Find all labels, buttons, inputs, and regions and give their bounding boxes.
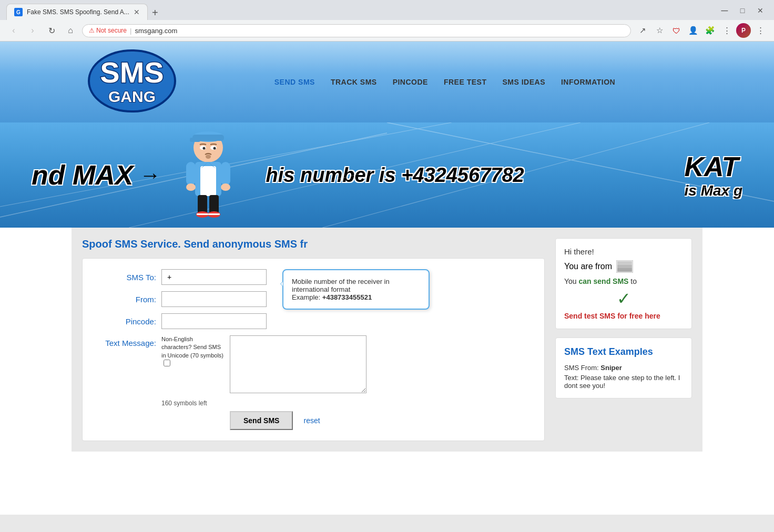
- reload-button[interactable]: ↻: [44, 23, 59, 38]
- sms-example-from-row: SMS From: Sniper: [564, 364, 683, 372]
- share-button[interactable]: ↗: [635, 23, 650, 38]
- svg-rect-31: [617, 261, 632, 265]
- nav-send-sms[interactable]: SEND SMS: [274, 78, 315, 86]
- page-wrapper: SMS GANG SEND SMS TRACK SMS PINCODE FREE…: [0, 42, 774, 515]
- sidebar-can-send: You can send SMS to: [564, 277, 683, 285]
- svg-point-15: [202, 147, 205, 149]
- security-indicator: ⚠ Not secure: [89, 27, 127, 34]
- svg-line-7: [387, 122, 774, 201]
- nav-information[interactable]: INFORMATION: [561, 78, 615, 86]
- svg-rect-29: [208, 213, 220, 215]
- pincode-label: Pincode:: [93, 317, 156, 326]
- svg-text:SMS: SMS: [100, 56, 164, 89]
- svg-point-17: [206, 155, 211, 159]
- svg-rect-24: [198, 195, 207, 213]
- unicode-checkbox[interactable]: [164, 360, 170, 366]
- bookmark-button[interactable]: ☆: [652, 23, 667, 38]
- from-label: From:: [93, 295, 156, 304]
- nav-sms-ideas[interactable]: SMS IDEAS: [502, 78, 545, 86]
- sms-to-input[interactable]: [161, 269, 267, 285]
- home-button[interactable]: ⌂: [63, 23, 78, 38]
- menu-button[interactable]: ⋮: [719, 23, 734, 38]
- warning-icon: ⚠: [89, 27, 95, 34]
- url-bar[interactable]: ⚠ Not secure | smsgang.com: [82, 24, 631, 37]
- browser-chrome: G Fake SMS. SMS Spoofing. Send A... ✕ + …: [0, 0, 774, 42]
- sms-examples-card: SMS Text Examples SMS From: Sniper Text:…: [555, 337, 692, 398]
- back-button[interactable]: ‹: [6, 23, 21, 38]
- flag-icon: [617, 261, 632, 272]
- hero-character: [177, 129, 250, 221]
- svg-rect-28: [197, 213, 208, 215]
- send-sms-button[interactable]: Send SMS: [230, 411, 293, 430]
- page-title: Spoof SMS Service. Send anonymous SMS fr: [82, 238, 545, 250]
- svg-point-23: [221, 183, 230, 191]
- svg-point-22: [186, 183, 196, 191]
- can-send-highlight: can send SMS: [579, 277, 629, 285]
- flag-image: [616, 260, 633, 273]
- forward-button[interactable]: ›: [25, 23, 40, 38]
- character-svg: [177, 129, 240, 221]
- svg-rect-20: [186, 162, 196, 186]
- svg-rect-32: [617, 265, 632, 268]
- unicode-note: Non-English characters? Send SMS in Unic…: [161, 335, 225, 369]
- sidebar-from-row: You are from: [564, 260, 683, 273]
- tooltip-bubble: Mobile number of the receiver in interna…: [282, 269, 430, 310]
- checkmark-icon: ✓: [564, 289, 683, 309]
- svg-rect-19: [200, 166, 216, 196]
- header-inner: SMS GANG SEND SMS TRACK SMS PINCODE FREE…: [72, 47, 702, 117]
- tab-title: Fake SMS. SMS Spoofing. Send A...: [27, 8, 129, 16]
- minimize-button[interactable]: ─: [717, 3, 732, 18]
- svg-text:GANG: GANG: [108, 88, 156, 105]
- avatar[interactable]: P: [736, 23, 751, 38]
- tab-close-button[interactable]: ✕: [134, 8, 140, 16]
- logo-area: SMS GANG: [82, 47, 198, 117]
- action-row: Send SMS reset: [161, 411, 534, 430]
- free-test-link[interactable]: Send test SMS for free here: [564, 312, 683, 320]
- svg-line-8: [322, 122, 709, 228]
- maximize-button[interactable]: □: [735, 3, 750, 18]
- text-message-label: Text Message:: [93, 335, 156, 347]
- text-message-group: Non-English characters? Send SMS in Unic…: [161, 335, 366, 393]
- form-card: Mobile number of the receiver in interna…: [82, 258, 545, 441]
- sidebar-hi: Hi there!: [564, 247, 683, 256]
- profile-button[interactable]: 👤: [686, 23, 700, 38]
- site-logo[interactable]: SMS GANG: [82, 47, 177, 115]
- nav-track-sms[interactable]: TRACK SMS: [331, 78, 377, 86]
- pincode-input[interactable]: [161, 313, 267, 329]
- reset-link[interactable]: reset: [303, 416, 320, 425]
- sidebar: Hi there! You are from You can send: [555, 238, 692, 441]
- shield-icon-btn[interactable]: 🛡: [669, 23, 684, 38]
- svg-rect-25: [209, 195, 219, 213]
- sms-examples-title: SMS Text Examples: [564, 346, 683, 357]
- pincode-row: Pincode:: [93, 313, 534, 329]
- content-left: Spoof SMS Service. Send anonymous SMS fr…: [82, 238, 545, 441]
- more-button[interactable]: ⋮: [753, 23, 768, 38]
- tooltip-example-label: Example:: [292, 293, 320, 301]
- sms-example-text-value: Please take one step to the left. I dont…: [564, 374, 680, 390]
- tooltip-text: Mobile number of the receiver in interna…: [292, 278, 390, 293]
- hero-bg-svg: [0, 122, 774, 228]
- text-message-textarea[interactable]: [230, 335, 366, 393]
- tab-bar: G Fake SMS. SMS Spoofing. Send A... ✕ + …: [0, 0, 774, 20]
- close-window-button[interactable]: ✕: [753, 3, 768, 18]
- symbols-left: 160 symbols left: [161, 400, 534, 407]
- svg-rect-12: [190, 138, 200, 142]
- active-tab[interactable]: G Fake SMS. SMS Spoofing. Send A... ✕: [6, 4, 148, 20]
- from-input[interactable]: [161, 291, 267, 307]
- sidebar-info-card: Hi there! You are from You can send: [555, 238, 692, 329]
- text-message-row: Text Message: Non-English characters? Se…: [93, 335, 534, 393]
- tab-favicon: G: [14, 8, 23, 16]
- nav-free-test[interactable]: FREE TEST: [444, 78, 487, 86]
- nav-pincode[interactable]: PINCODE: [393, 78, 428, 86]
- address-bar: ‹ › ↻ ⌂ ⚠ Not secure | smsgang.com ↗ ☆ 🛡…: [0, 20, 774, 41]
- sms-example-from-value: Sniper: [600, 364, 622, 372]
- main-content: Spoof SMS Service. Send anonymous SMS fr…: [72, 228, 702, 452]
- you-are-from-text: You are from: [564, 262, 612, 271]
- hero-banner: nd MAX →: [0, 122, 774, 228]
- tooltip-example-value: +438733455521: [322, 293, 372, 301]
- main-nav: SEND SMS TRACK SMS PINCODE FREE TEST SMS…: [198, 78, 692, 86]
- sms-to-label: SMS To:: [93, 273, 156, 282]
- new-tab-button[interactable]: +: [148, 5, 162, 20]
- extensions-button[interactable]: 🧩: [702, 23, 717, 38]
- sms-example-text-row: Text: Please take one step to the left. …: [564, 374, 683, 390]
